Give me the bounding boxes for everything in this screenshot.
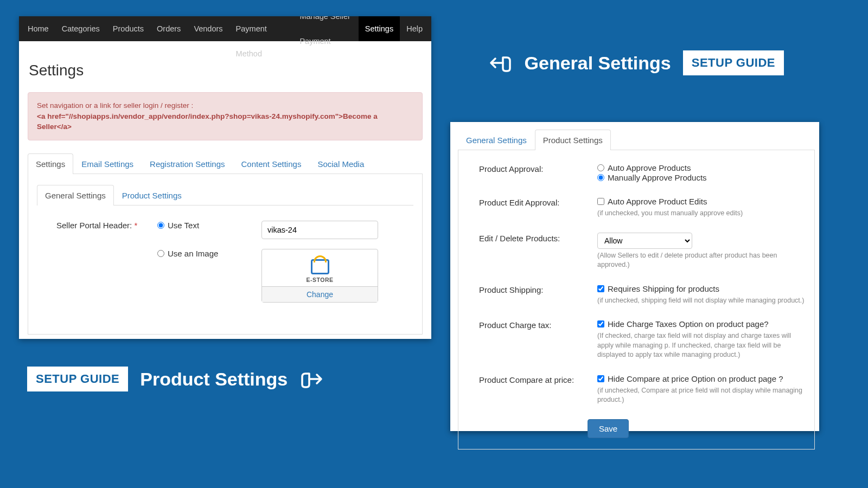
select-edit-delete[interactable]: Allow bbox=[597, 233, 692, 249]
checkbox-hide-compare-price[interactable]: Hide Compare at price Option on product … bbox=[597, 374, 783, 383]
tabs-outer: Settings Email Settings Registration Set… bbox=[28, 153, 423, 174]
callout-product-settings: SETUP GUIDE Product Settings bbox=[27, 366, 326, 392]
radio-auto-approve-input[interactable] bbox=[597, 164, 604, 171]
badge-setup-guide-right: SETUP GUIDE bbox=[683, 50, 784, 75]
radio-use-image-label: Use an Image bbox=[168, 249, 218, 258]
radio-use-text-input[interactable] bbox=[157, 222, 164, 229]
label-product-approval: Product Approval: bbox=[479, 163, 588, 183]
general-settings-window: Home Categories Products Orders Vendors … bbox=[19, 16, 431, 339]
tabs-inner-right: General Settings Product Settings bbox=[458, 130, 815, 150]
checkbox-hide-compare-price-label: Hide Compare at price Option on product … bbox=[608, 374, 783, 383]
point-right-icon bbox=[299, 366, 326, 392]
tab-general-settings[interactable]: General Settings bbox=[37, 185, 114, 206]
save-button[interactable]: Save bbox=[588, 419, 629, 438]
checkbox-auto-approve-edits-input[interactable] bbox=[597, 198, 604, 205]
radio-use-image-input[interactable] bbox=[157, 250, 164, 257]
checkbox-requires-shipping[interactable]: Requires Shipping for products bbox=[597, 284, 719, 293]
label-charge-tax: Product Charge tax: bbox=[479, 319, 588, 360]
hint-shipping: (if unchecked, shipping field will not d… bbox=[597, 296, 809, 306]
callout-general-settings: General Settings SETUP GUIDE bbox=[487, 50, 784, 76]
checkbox-hide-charge-taxes-input[interactable] bbox=[597, 320, 604, 328]
required-asterisk: * bbox=[134, 221, 137, 230]
estore-logo-caption: E-STORE bbox=[307, 277, 334, 283]
radio-use-image[interactable]: Use an Image bbox=[157, 249, 255, 258]
radio-use-text-label: Use Text bbox=[168, 221, 199, 230]
checkbox-auto-approve-edits[interactable]: Auto Approve Product Edits bbox=[597, 197, 707, 206]
radio-manual-approve-label: Manually Approve Products bbox=[608, 173, 707, 182]
tabs-inner-left: General Settings Product Settings bbox=[37, 185, 413, 206]
header-image-preview: E-STORE Change bbox=[261, 249, 378, 303]
radio-manual-approve-input[interactable] bbox=[597, 174, 604, 181]
callout-general-title: General Settings bbox=[525, 54, 671, 72]
tab-registration-settings[interactable]: Registration Settings bbox=[142, 153, 233, 174]
nav-settings[interactable]: Settings bbox=[359, 16, 400, 41]
nav-vendors[interactable]: Vendors bbox=[187, 16, 229, 41]
label-seller-portal-header-text: Seller Portal Header: bbox=[56, 221, 132, 230]
checkbox-hide-charge-taxes[interactable]: Hide Charge Taxes Option on product page… bbox=[597, 319, 769, 329]
page-title: Settings bbox=[29, 62, 423, 79]
nav-seller-payment-method[interactable]: Seller Payment Method bbox=[229, 16, 293, 66]
tab-settings[interactable]: Settings bbox=[28, 153, 73, 174]
change-image-button[interactable]: Change bbox=[262, 286, 378, 302]
label-compare-price: Product Compare at price: bbox=[479, 374, 588, 405]
tab-email-settings[interactable]: Email Settings bbox=[73, 153, 142, 174]
tab-content-settings[interactable]: Content Settings bbox=[233, 153, 309, 174]
estore-logo-icon bbox=[311, 259, 329, 274]
radio-manual-approve[interactable]: Manually Approve Products bbox=[597, 173, 707, 182]
alert-snippet: <a href="//shopiapps.in/vendor_app/vendo… bbox=[37, 112, 378, 131]
radio-auto-approve[interactable]: Auto Approve Products bbox=[597, 163, 691, 172]
callout-product-title: Product Settings bbox=[140, 370, 288, 388]
product-settings-window: General Settings Product Settings Produc… bbox=[450, 122, 819, 431]
checkbox-auto-approve-edits-label: Auto Approve Product Edits bbox=[608, 197, 707, 206]
rtab-general-settings[interactable]: General Settings bbox=[458, 130, 535, 150]
tab-product-settings[interactable]: Product Settings bbox=[114, 185, 190, 206]
hint-charge-tax: (If checked, charge tax field will not d… bbox=[597, 331, 809, 360]
radio-auto-approve-label: Auto Approve Products bbox=[608, 163, 691, 172]
checkbox-requires-shipping-label: Requires Shipping for products bbox=[608, 284, 719, 293]
hint-edit-approval: (if unchecked, you must manually approve… bbox=[597, 209, 809, 219]
radio-use-text[interactable]: Use Text bbox=[157, 221, 255, 230]
nav-categories[interactable]: Categories bbox=[55, 16, 106, 41]
label-seller-portal-header: Seller Portal Header: * bbox=[37, 221, 151, 230]
label-edit-delete: Edit / Delete Products: bbox=[479, 233, 588, 270]
alert-line1: Set navigation or a link for seller logi… bbox=[37, 100, 413, 111]
rtab-product-settings[interactable]: Product Settings bbox=[535, 130, 611, 150]
checkbox-hide-compare-price-input[interactable] bbox=[597, 375, 604, 382]
nav-products[interactable]: Products bbox=[106, 16, 150, 41]
badge-setup-guide-left: SETUP GUIDE bbox=[27, 367, 128, 391]
checkbox-requires-shipping-input[interactable] bbox=[597, 285, 604, 292]
label-product-shipping: Product Shipping: bbox=[479, 284, 588, 306]
alert-seller-link: Set navigation or a link for seller logi… bbox=[28, 92, 423, 140]
hint-edit-delete: (Allow Sellers to edit / delete product … bbox=[597, 251, 809, 270]
nav-help[interactable]: Help bbox=[400, 16, 429, 41]
estore-logo: E-STORE bbox=[262, 249, 378, 286]
nav-manage-seller-payment[interactable]: Manage Seller Payment bbox=[293, 16, 358, 54]
top-nav: Home Categories Products Orders Vendors … bbox=[19, 16, 431, 41]
label-product-edit-approval: Product Edit Approval: bbox=[479, 197, 588, 219]
tab-social-media[interactable]: Social Media bbox=[309, 153, 372, 174]
nav-home[interactable]: Home bbox=[21, 16, 55, 41]
seller-portal-header-input[interactable] bbox=[261, 221, 378, 239]
point-left-icon bbox=[487, 50, 513, 76]
hint-compare-price: (if unchecked, Compare at price field wi… bbox=[597, 386, 809, 405]
checkbox-hide-charge-taxes-label: Hide Charge Taxes Option on product page… bbox=[608, 319, 769, 329]
nav-orders[interactable]: Orders bbox=[150, 16, 187, 41]
